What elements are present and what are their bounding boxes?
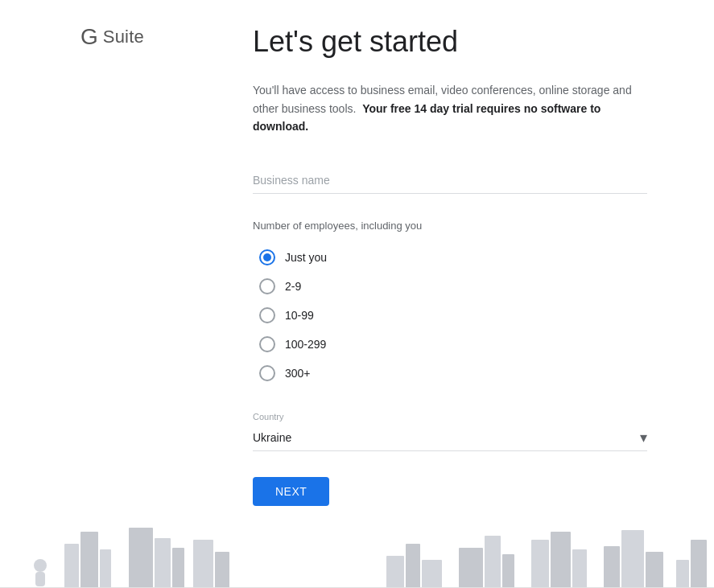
logo-area: G Suite bbox=[80, 24, 144, 50]
main-content: Let's get started You'll have access to … bbox=[253, 24, 647, 506]
svg-rect-11 bbox=[406, 544, 420, 588]
svg-rect-22 bbox=[676, 560, 689, 588]
business-name-group bbox=[253, 167, 647, 194]
radio-10-99[interactable] bbox=[259, 307, 275, 323]
employee-radio-group: Just you 2-9 10-99 100-299 300+ bbox=[253, 245, 647, 386]
next-button[interactable]: NEXT bbox=[253, 477, 329, 506]
radio-item-just-you[interactable]: Just you bbox=[253, 245, 647, 270]
radio-2-9[interactable] bbox=[259, 278, 275, 294]
radio-just-you[interactable] bbox=[259, 249, 275, 265]
radio-item-10-99[interactable]: 10-99 bbox=[253, 302, 647, 328]
business-name-input[interactable] bbox=[253, 167, 647, 194]
bottom-buildings-decoration bbox=[0, 516, 714, 588]
svg-rect-16 bbox=[531, 540, 549, 588]
svg-rect-6 bbox=[155, 538, 171, 588]
radio-item-100-299[interactable]: 100-299 bbox=[253, 331, 647, 357]
radio-label-100-299: 100-299 bbox=[285, 338, 326, 351]
svg-rect-2 bbox=[64, 544, 79, 588]
page-title: Let's get started bbox=[253, 24, 647, 59]
radio-300plus[interactable] bbox=[259, 365, 275, 381]
svg-rect-3 bbox=[80, 532, 98, 588]
svg-rect-12 bbox=[422, 560, 442, 588]
svg-rect-14 bbox=[485, 536, 501, 588]
svg-rect-8 bbox=[193, 540, 213, 588]
radio-item-2-9[interactable]: 2-9 bbox=[253, 273, 647, 299]
intro-paragraph: You'll have access to business email, vi… bbox=[253, 81, 647, 135]
logo-g-letter: G bbox=[80, 24, 98, 50]
radio-label-300plus: 300+ bbox=[285, 367, 311, 380]
svg-rect-19 bbox=[604, 546, 620, 588]
radio-label-just-you: Just you bbox=[285, 251, 327, 264]
radio-label-10-99: 10-99 bbox=[285, 309, 314, 322]
svg-rect-15 bbox=[502, 554, 514, 588]
country-select[interactable]: Ukraine United States United Kingdom Ger… bbox=[253, 425, 647, 450]
svg-rect-17 bbox=[551, 532, 571, 588]
radio-item-300plus[interactable]: 300+ bbox=[253, 360, 647, 386]
svg-rect-21 bbox=[646, 552, 663, 588]
svg-point-0 bbox=[34, 559, 47, 572]
svg-rect-23 bbox=[691, 540, 707, 588]
employees-section: Number of employees, including you Just … bbox=[253, 220, 647, 386]
gsuite-logo: G Suite bbox=[80, 24, 144, 50]
radio-100-299[interactable] bbox=[259, 336, 275, 352]
svg-rect-7 bbox=[172, 548, 184, 588]
svg-rect-13 bbox=[459, 548, 483, 588]
svg-rect-4 bbox=[100, 549, 111, 588]
country-label: Country bbox=[253, 412, 647, 421]
radio-label-2-9: 2-9 bbox=[285, 280, 301, 293]
svg-rect-10 bbox=[386, 556, 404, 588]
employees-label: Number of employees, including you bbox=[253, 220, 647, 232]
country-select-wrapper: Ukraine United States United Kingdom Ger… bbox=[253, 425, 647, 451]
svg-rect-20 bbox=[621, 530, 644, 588]
page-container: G Suite Let's get started You'll have ac… bbox=[0, 0, 714, 588]
logo-suite-text: Suite bbox=[103, 27, 144, 47]
svg-rect-1 bbox=[35, 572, 45, 586]
svg-rect-9 bbox=[215, 552, 229, 588]
svg-rect-18 bbox=[572, 549, 587, 588]
country-section: Country Ukraine United States United Kin… bbox=[253, 412, 647, 451]
svg-rect-5 bbox=[129, 528, 153, 588]
